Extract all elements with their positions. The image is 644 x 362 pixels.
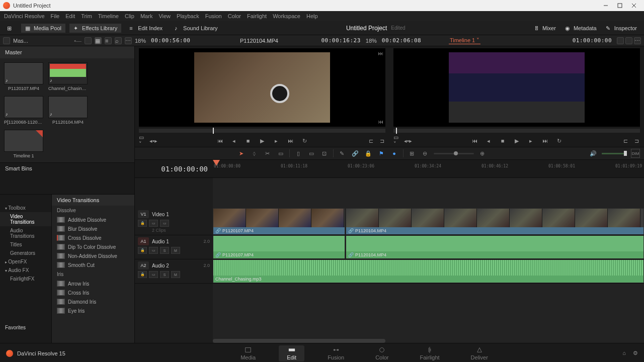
clip-video[interactable]: 🔗P1120107.MP4 [213,208,345,235]
fx-nav-toolbox[interactable]: Toolbox [0,204,51,212]
last-frame-icon[interactable]: ⏭ [541,137,548,144]
bin-clip[interactable]: ♪P1120104.MP4 [48,96,88,125]
menu-clip[interactable]: Clip [125,13,134,19]
fx-nav-openfx[interactable]: OpenFX [0,257,51,266]
settings-icon[interactable]: ⚙ [633,350,638,356]
fx-nav-audiofx[interactable]: Audio FX [0,266,51,275]
home-icon[interactable]: ⌂ [622,350,626,356]
page-color[interactable]: Color [367,345,396,361]
bin-list-toggle[interactable] [3,37,10,44]
mixer-toggle[interactable]: 🎚Mixer [530,24,560,33]
disable-icon[interactable]: ▭ [160,220,169,227]
volume-icon[interactable]: 🔊 [589,149,598,158]
minimize-button[interactable] [599,1,613,10]
menu-file[interactable]: File [51,13,60,19]
dynamic-trim-icon[interactable]: ✎ [338,149,347,158]
media-pool-toggle[interactable]: ▦Media Pool [21,24,65,33]
solo-button[interactable]: S [160,247,169,254]
inspector-toggle[interactable]: ✎Inspector [602,24,641,33]
last-frame-icon[interactable]: ⏮ [378,119,383,125]
fx-nav-video-transitions[interactable]: Video Transitions [0,212,51,226]
fx-item[interactable]: Cross Iris [52,288,134,297]
step-back-icon[interactable]: ◂ [485,137,492,144]
source-scrubber[interactable] [139,129,385,133]
source-canvas[interactable]: ⏭ ⏮ [139,48,385,127]
clip-audio[interactable]: 🔗P1120104.MP4 [346,235,644,259]
fx-nav-generators[interactable]: Generators [0,249,51,257]
list-view-icon[interactable]: ≡ [105,37,112,44]
menu-workspace[interactable]: Workspace [273,13,300,19]
page-deliver[interactable]: Deliver [463,345,496,361]
page-media[interactable]: Media [232,345,264,361]
mark-out-icon[interactable]: ⊐ [378,137,385,144]
program-canvas[interactable] [393,48,640,127]
fx-favorites[interactable]: Favorites [0,323,51,332]
bin-clip[interactable]: ♪Channel_Chasing.mp3 [48,62,88,91]
lock-icon[interactable]: 🔒 [138,220,147,227]
menu-edit[interactable]: Edit [65,13,75,19]
source-zoom[interactable]: 18% [135,38,146,44]
bin-clip[interactable]: ♪P1120107.MP4 [4,62,43,91]
page-fusion[interactable]: Fusion [319,345,352,361]
fx-nav-audio-transitions[interactable]: Audio Transitions [0,226,51,240]
match-frame-icon[interactable]: ◂•▸ [405,137,412,144]
auto-select-icon[interactable]: ▭ [149,271,158,278]
viewer-mode-dropdown[interactable]: ▭ ˅ [393,137,400,144]
mute-button[interactable]: M [171,247,180,254]
viewer-mode-dropdown[interactable]: ▭ ˅ [139,137,146,144]
fx-item[interactable]: Diamond Iris [52,297,134,306]
clip-audio[interactable]: 🔗P1120107.MP4 [213,235,345,259]
horizontal-scrollbar[interactable] [213,339,385,343]
bin-timeline[interactable]: Timeline 1 [4,130,43,158]
sound-library-toggle[interactable]: ♪Sound Library [171,24,222,33]
program-zoom[interactable]: 18% [366,38,377,44]
clip-audio[interactable]: Channel_Chasing.mp3 [213,259,644,283]
step-back-icon[interactable]: ◂ [230,137,237,144]
bypass-icon[interactable] [625,37,632,44]
search-icon[interactable]: ⌕ [115,37,122,44]
trim-tool-icon[interactable]: ⎀ [250,149,259,158]
menu-color[interactable]: Color [228,13,241,19]
fx-item[interactable]: Smooth Cut [52,260,134,269]
options-icon[interactable]: ⋯ [125,37,132,44]
next-edit-icon[interactable]: ⏭ [378,50,383,56]
overwrite-icon[interactable]: ▯ [294,149,303,158]
timeline-ruler[interactable]: 01:00:00:00 01:00:11:18 01:00:23:06 01:0… [213,160,644,178]
fx-item[interactable]: Non-Additive Dissolve [52,251,134,260]
volume-slider[interactable] [602,153,627,154]
marker-icon[interactable]: ● [390,149,399,158]
step-fwd-icon[interactable]: ▸ [273,137,280,144]
breadcrumb[interactable]: Mas... [13,38,71,44]
lock-icon[interactable]: 🔒 [364,149,373,158]
master-bin[interactable]: Master [0,46,134,58]
step-fwd-icon[interactable]: ▸ [527,137,534,144]
stop-icon[interactable]: ■ [245,137,252,144]
zoom-slider[interactable] [434,153,474,154]
lock-icon[interactable]: 🔒 [138,247,147,254]
mute-button[interactable]: M [171,271,180,278]
match-frame-icon[interactable]: ◂•▸ [150,137,157,144]
clip-video[interactable]: 🔗P1120104.MP4 [346,208,644,235]
mark-in-icon[interactable]: ⊏ [622,137,629,144]
track-header-v1[interactable]: V1Video 1 🔒▭▭ 2 Clips [135,208,213,235]
track-header-a1[interactable]: A1Audio 12.0 🔒▭SM [135,235,213,259]
program-scrubber[interactable] [393,129,640,133]
insert-icon[interactable]: ▭ [276,149,285,158]
menu-trim[interactable]: Trim [81,13,92,19]
menu-fairlight[interactable]: Fairlight [247,13,267,19]
close-button[interactable] [627,1,641,10]
arrow-tool-icon[interactable]: ➤ [237,149,246,158]
zoom-in-icon[interactable]: ⊕ [478,149,487,158]
auto-select-icon[interactable]: ▭ [149,247,158,254]
first-frame-icon[interactable]: ⏮ [216,137,223,144]
menu-davinci[interactable]: DaVinci Resolve [4,13,45,19]
lock-icon[interactable]: 🔒 [138,271,147,278]
mark-out-icon[interactable]: ⊐ [633,137,640,144]
bin-clip[interactable]: ♪P[1120068-1120068]... [4,96,43,125]
replace-icon[interactable]: ▭ [307,149,316,158]
options-icon-right[interactable]: ⋯ [634,37,641,44]
fx-item[interactable]: Cross Dissolve [52,233,134,242]
stop-icon[interactable]: ■ [499,137,506,144]
link-icon[interactable]: 🔗 [351,149,360,158]
fx-item[interactable]: Dip To Color Dissolve [52,242,134,251]
